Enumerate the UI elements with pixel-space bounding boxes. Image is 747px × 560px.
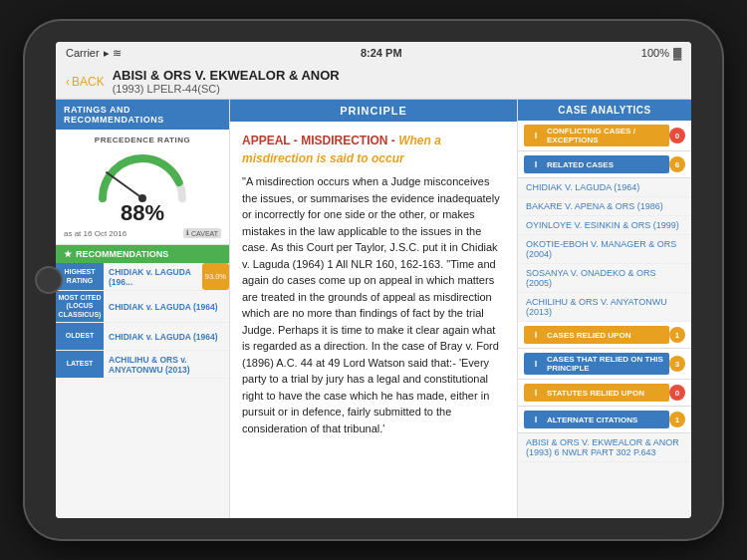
rec-case-most-cited: CHIDIAK v. LAGUDA (1964) — [109, 302, 224, 312]
analytics-conflicting[interactable]: i CONFLICTING CASES / EXCEPTIONS 0 — [518, 121, 691, 151]
analytics-related[interactable]: i RELATED CASES 6 — [518, 151, 691, 178]
rec-content-latest: ACHILIHU & ORS v. ANYATONWU (2013) — [104, 351, 229, 378]
rec-item-highest[interactable]: HIGHEST RATING CHIDIAK v. LAGUDA (196...… — [56, 263, 229, 291]
case-list-item-4[interactable]: SOSANYA V. ONADEKO & ORS (2005) — [518, 264, 691, 293]
analytics-relied-on-header: i CASES THAT RELIED ON THIS PRINCIPLE 3 — [518, 349, 691, 379]
analytics-alternate-header: i ALTERNATE CITATIONS 1 — [518, 407, 691, 432]
rec-content-highest: CHIDIAK v. LAGUDA (196... — [104, 263, 202, 290]
related-text: RELATED CASES — [547, 160, 614, 169]
recommendations-title: RECOMMENDATIONS — [76, 249, 168, 259]
headline-appeal: APPEAL — [242, 134, 290, 147]
alternate-text: ALTERNATE CITATIONS — [547, 416, 637, 424]
tablet-screen: Carrier ▸ ≋ 8:24 PM 100% ▓ ‹ BACK ABISI … — [56, 42, 691, 518]
rec-item-most-cited[interactable]: MOST CITED (LOCUS CLASSICUS) CHIDIAK v. … — [56, 291, 229, 323]
conflicting-label: i CONFLICTING CASES / EXCEPTIONS — [524, 125, 669, 146]
gauge-container: 88% as at 16 Oct 2016 ℹ CAVEAT — [64, 148, 221, 238]
conflicting-count: 0 — [669, 128, 685, 143]
ratings-section-header: RATINGS AND RECOMMENDATIONS — [56, 100, 229, 130]
precedence-label: PRECEDENCE RATING — [64, 136, 221, 144]
svg-line-1 — [107, 172, 142, 198]
info-icon-conflicting: i — [529, 129, 543, 142]
statutes-count: 0 — [669, 385, 685, 401]
analytics-relied-upon-header: i CASES RELIED UPON 1 — [518, 322, 691, 348]
home-button[interactable] — [35, 266, 63, 294]
analytics-statutes-header: i STATUTES RELIED UPON 0 — [518, 380, 691, 406]
info-icon-related: i — [529, 157, 543, 171]
battery-icon: ▓ — [673, 47, 681, 59]
info-icon-alternate: i — [529, 413, 543, 426]
principle-header: PRINCIPLE — [230, 100, 517, 122]
statutes-label: i STATUTES RELIED UPON — [524, 384, 669, 402]
rec-label-latest: LATEST — [56, 351, 104, 378]
principle-headline: APPEAL - MISDIRECTION - When a misdirect… — [242, 132, 505, 167]
analytics-alternate[interactable]: i ALTERNATE CITATIONS 1 — [518, 407, 691, 433]
gauge-value: 88% — [121, 200, 164, 226]
tablet-device: Carrier ▸ ≋ 8:24 PM 100% ▓ ‹ BACK ABISI … — [25, 21, 722, 539]
principle-body: "A misdirection occurs when a Judge misc… — [242, 173, 505, 436]
recommendations-header: ★ RECOMMENDATIONS — [56, 245, 229, 263]
rec-label-most-cited: MOST CITED (LOCUS CLASSICUS) — [56, 291, 104, 322]
back-button[interactable]: ‹ BACK — [66, 75, 105, 89]
case-list-item-2[interactable]: OYINLOYE V. ESINKIN & ORS (1999) — [518, 216, 691, 235]
rec-case-oldest: CHIDIAK v. LAGUDA (1964) — [109, 332, 224, 342]
rec-content-oldest: CHIDIAK v. LAGUDA (1964) — [104, 323, 229, 350]
related-label: i RELATED CASES — [524, 155, 669, 173]
case-title: ABISI & ORS V. EKWEALOR & ANOR — [113, 68, 681, 83]
info-icon-small: ℹ — [186, 229, 189, 237]
star-icon: ★ — [64, 249, 72, 259]
conflicting-text: CONFLICTING CASES / EXCEPTIONS — [547, 127, 664, 144]
analytics-statutes[interactable]: i STATUTES RELIED UPON 0 — [518, 380, 691, 407]
wifi-icon: ▸ ≋ — [104, 47, 122, 60]
relied-upon-count: 1 — [669, 327, 685, 343]
statutes-text: STATUTES RELIED UPON — [547, 389, 644, 398]
right-panel: CASE ANALYTICS i CONFLICTING CASES / EXC… — [517, 100, 691, 518]
rec-content-most-cited: CHIDIAK v. LAGUDA (1964) — [104, 291, 229, 322]
rec-item-oldest[interactable]: OLDEST CHIDIAK v. LAGUDA (1964) — [56, 323, 229, 351]
caveat-badge: ℹ CAVEAT — [183, 228, 221, 238]
app-header: ‹ BACK ABISI & ORS V. EKWEALOR & ANOR (1… — [56, 64, 691, 100]
rec-label-highest: HIGHEST RATING — [56, 263, 104, 290]
clock: 8:24 PM — [361, 47, 402, 59]
analytics-related-header: i RELATED CASES 6 — [518, 151, 691, 177]
alternate-count: 1 — [669, 412, 685, 427]
case-list-item-5[interactable]: ACHILIHU & ORS V. ANYATONWU (2013) — [518, 293, 691, 322]
relied-on-text: CASES THAT RELIED ON THIS PRINCIPLE — [547, 355, 664, 373]
back-label: BACK — [72, 75, 105, 89]
analytics-relied-upon[interactable]: i CASES RELIED UPON 1 — [518, 322, 691, 349]
case-citation: (1993) LPELR-44(SC) — [113, 83, 681, 95]
analytics-header: CASE ANALYTICS — [518, 100, 691, 121]
info-icon-relied: i — [529, 328, 543, 342]
relied-on-label: i CASES THAT RELIED ON THIS PRINCIPLE — [524, 353, 669, 375]
alternate-citation[interactable]: ABISI & ORS V. EKWEALOR & ANOR (1993) 6 … — [518, 433, 691, 462]
rec-case-highest: CHIDIAK v. LAGUDA (196... — [109, 267, 197, 287]
gauge-svg — [93, 148, 192, 208]
status-bar: Carrier ▸ ≋ 8:24 PM 100% ▓ — [56, 42, 691, 64]
gauge-footer: as at 16 Oct 2016 ℹ CAVEAT — [64, 228, 221, 238]
analytics-relied-on[interactable]: i CASES THAT RELIED ON THIS PRINCIPLE 3 — [518, 349, 691, 380]
rec-case-latest: ACHILIHU & ORS v. ANYATONWU (2013) — [109, 355, 224, 375]
case-list-item-3[interactable]: OKOTIE-EBOH V. MANAGER & ORS (2004) — [518, 235, 691, 264]
left-panel: RATINGS AND RECOMMENDATIONS PRECEDENCE R… — [56, 100, 230, 518]
related-count: 6 — [669, 156, 685, 172]
info-icon-statutes: i — [529, 386, 543, 400]
main-content: RATINGS AND RECOMMENDATIONS PRECEDENCE R… — [56, 100, 691, 518]
principle-content: APPEAL - MISDIRECTION - When a misdirect… — [230, 122, 517, 518]
alternate-label: i ALTERNATE CITATIONS — [524, 411, 669, 428]
relied-upon-text: CASES RELIED UPON — [547, 331, 630, 340]
headline-misdirection: MISDIRECTION — [301, 134, 387, 147]
ratings-section: PRECEDENCE RATING 88% — [56, 130, 229, 245]
case-list-item-0[interactable]: CHIDIAK V. LAGUDA (1964) — [518, 178, 691, 197]
back-chevron-icon: ‹ — [66, 75, 70, 89]
carrier-label: Carrier — [66, 47, 100, 59]
analytics-conflicting-header: i CONFLICTING CASES / EXCEPTIONS 0 — [518, 121, 691, 150]
recommendations-section: ★ RECOMMENDATIONS HIGHEST RATING CHIDIAK… — [56, 245, 229, 518]
info-icon-relied-on: i — [529, 357, 543, 371]
battery-label: 100% — [641, 47, 669, 59]
case-list-item-1[interactable]: BAKARE V. APENA & ORS (1986) — [518, 197, 691, 216]
rec-badge-highest: 93.0% — [202, 263, 229, 290]
middle-panel: PRINCIPLE APPEAL - MISDIRECTION - When a… — [230, 100, 517, 518]
rec-item-latest[interactable]: LATEST ACHILIHU & ORS v. ANYATONWU (2013… — [56, 351, 229, 379]
relied-upon-label: i CASES RELIED UPON — [524, 326, 669, 344]
rec-label-oldest: OLDEST — [56, 323, 104, 350]
gauge-date: as at 16 Oct 2016 — [64, 229, 126, 238]
